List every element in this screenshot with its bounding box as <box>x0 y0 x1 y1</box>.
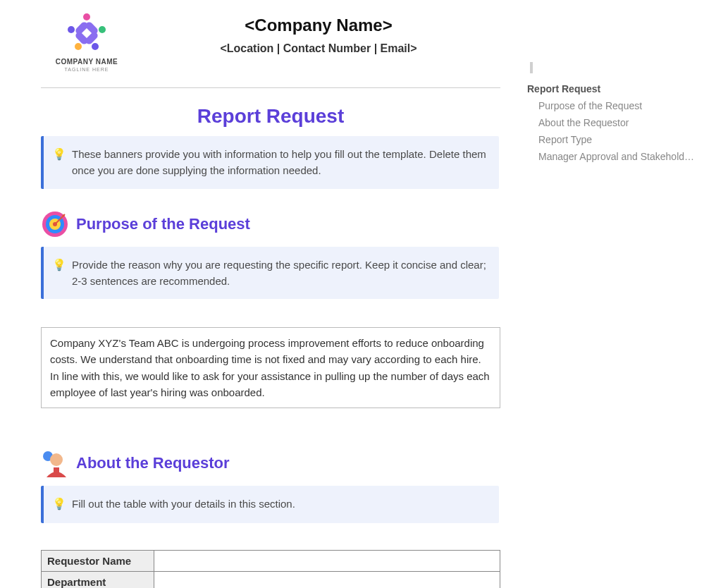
document-main: COMPANY NAME TAGLINE HERE <Company Name>… <box>41 0 500 588</box>
requestor-table: Requestor Name Department <box>41 550 500 588</box>
requestor-section: About the Requestor 💡 Fill out the table… <box>41 449 500 588</box>
logo-tagline: TAGLINE HERE <box>65 67 109 72</box>
toc-item-approval[interactable]: Manager Approval and Stakeholder I... <box>527 148 696 165</box>
logo-company-name: COMPANY NAME <box>56 58 118 66</box>
company-name-heading: <Company Name> <box>149 16 488 35</box>
intro-banner: 💡 These banners provide you with informa… <box>41 136 499 189</box>
purpose-banner: 💡 Provide the reason why you are request… <box>41 247 499 300</box>
header-titles: <Company Name> <Location | Contact Numbe… <box>149 13 488 55</box>
svg-point-1 <box>68 26 75 33</box>
department-label: Department <box>42 571 154 588</box>
table-row: Requestor Name <box>42 550 500 571</box>
department-value[interactable] <box>154 571 500 588</box>
toc-indicator <box>530 62 533 73</box>
target-icon <box>41 210 69 238</box>
purpose-banner-text: Provide the reason why you are requestin… <box>72 257 488 290</box>
toc-item-report-type[interactable]: Report Type <box>527 131 696 148</box>
document-header: COMPANY NAME TAGLINE HERE <Company Name>… <box>41 0 500 72</box>
company-logo-block: COMPANY NAME TAGLINE HERE <box>41 13 132 72</box>
svg-point-0 <box>83 13 90 20</box>
lightbulb-icon: 💡 <box>52 146 66 164</box>
toc-item-requestor[interactable]: About the Requestor <box>527 114 696 131</box>
purpose-body[interactable]: Company XYZ's Team ABC is undergoing pro… <box>41 327 500 408</box>
lightbulb-icon: 💡 <box>52 257 66 274</box>
table-of-contents: Report Request Purpose of the Request Ab… <box>527 62 710 165</box>
requestor-name-value[interactable] <box>154 550 500 571</box>
toc-heading[interactable]: Report Request <box>527 80 710 97</box>
requestor-banner-text: Fill out the table with your details in … <box>72 496 295 512</box>
toc-item-purpose[interactable]: Purpose of the Request <box>527 97 696 114</box>
intro-banner-text: These banners provide you with informati… <box>72 146 488 179</box>
requestor-section-header: About the Requestor <box>41 449 500 477</box>
svg-point-4 <box>92 43 99 50</box>
purpose-section-title: Purpose of the Request <box>76 215 250 233</box>
requestor-name-label: Requestor Name <box>42 550 154 571</box>
requestor-section-title: About the Requestor <box>76 454 230 472</box>
company-contact-line: <Location | Contact Number | Email> <box>149 42 488 55</box>
table-row: Department <box>42 571 500 588</box>
svg-point-16 <box>50 453 63 466</box>
header-divider <box>41 87 500 88</box>
lightbulb-icon: 💡 <box>52 496 66 513</box>
company-logo-icon <box>61 13 112 54</box>
svg-point-3 <box>75 43 82 50</box>
svg-point-2 <box>99 26 106 33</box>
requestor-banner: 💡 Fill out the table with your details i… <box>41 486 499 523</box>
document-title: Report Request <box>41 105 500 128</box>
purpose-section-header: Purpose of the Request <box>41 210 500 238</box>
person-icon <box>41 449 69 477</box>
